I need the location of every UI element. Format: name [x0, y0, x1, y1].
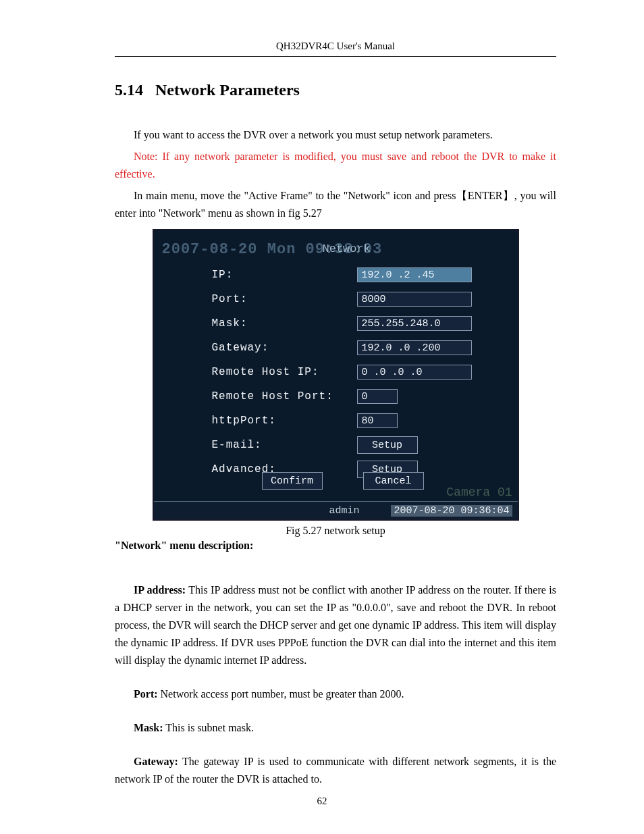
label-mask: Mask:	[212, 317, 357, 330]
intro-note: Note: If any network parameter is modifi…	[115, 148, 556, 183]
desc-mask: Mask: This is subnet mask.	[115, 719, 556, 737]
row-http-port: httpPort: 80	[212, 409, 502, 433]
intro-p1: If you want to access the DVR over a net…	[115, 126, 556, 144]
camera-overlay-text: Camera 01	[446, 486, 512, 499]
desc-port: Port: Network access port number, must b…	[115, 685, 556, 703]
row-port: Port: 8000	[212, 287, 502, 311]
status-user: admin	[329, 505, 360, 517]
label-http-port: httpPort:	[212, 415, 357, 427]
section-title: Network Parameters	[155, 81, 300, 99]
ip-field[interactable]: 192.0 .2 .45	[357, 267, 472, 282]
mask-field[interactable]: 255.255.248.0	[357, 316, 472, 331]
label-gateway: Gateway:	[212, 342, 357, 354]
row-gateway: Gateway: 192.0 .0 .200	[212, 336, 502, 360]
row-mask: Mask: 255.255.248.0	[212, 311, 502, 336]
remote-host-port-field[interactable]: 0	[357, 389, 398, 404]
figure-caption: Fig 5.27 network setup	[115, 525, 556, 537]
desc-ip: IP address: This IP address must not be …	[115, 581, 556, 669]
enter-key: 【ENTER】	[456, 190, 514, 201]
intro-p2: In main menu, move the "Active Frame" to…	[115, 187, 556, 222]
confirm-button[interactable]: Confirm	[262, 472, 323, 490]
label-remote-host-ip: Remote Host IP:	[212, 366, 357, 378]
status-datetime: 2007-08-20 09:36:04	[391, 505, 512, 517]
section-heading: 5.14Network Parameters	[115, 81, 556, 99]
figure-status-bar: admin 2007-08-20 09:36:04	[154, 501, 518, 519]
intro-text: If you want to access the DVR over a net…	[115, 126, 556, 222]
page-number: 62	[0, 796, 644, 807]
email-setup-button[interactable]: Setup	[357, 436, 418, 454]
header-rule	[115, 56, 556, 57]
port-field[interactable]: 8000	[357, 292, 472, 307]
row-remote-host-port: Remote Host Port: 0	[212, 384, 502, 409]
row-email: E-mail: Setup	[212, 433, 502, 457]
remote-host-ip-field[interactable]: 0 .0 .0 .0	[357, 365, 472, 380]
row-remote-host-ip: Remote Host IP: 0 .0 .0 .0	[212, 360, 502, 384]
figure-network-setup: 2007-08-20 Mon 09:38:03 Network IP: 192.…	[153, 229, 519, 521]
label-remote-host-port: Remote Host Port:	[212, 390, 357, 402]
desc-gateway: Gateway: The gateway IP is used to commu…	[115, 753, 556, 788]
label-email: E-mail:	[212, 439, 357, 451]
figure-dialog-title: Network	[323, 242, 371, 255]
cancel-button[interactable]: Cancel	[363, 472, 424, 490]
network-menu-description-heading: "Network" menu description:	[115, 540, 556, 552]
http-port-field[interactable]: 80	[357, 413, 398, 428]
label-ip: IP:	[212, 269, 357, 281]
section-number: 5.14	[115, 81, 143, 99]
label-port: Port:	[212, 293, 357, 305]
gateway-field[interactable]: 192.0 .0 .200	[357, 340, 472, 355]
descriptions: IP address: This IP address must not be …	[115, 581, 556, 788]
header-title: QH32DVR4C User's Manual	[115, 41, 556, 52]
row-ip: IP: 192.0 .2 .45	[212, 263, 502, 287]
